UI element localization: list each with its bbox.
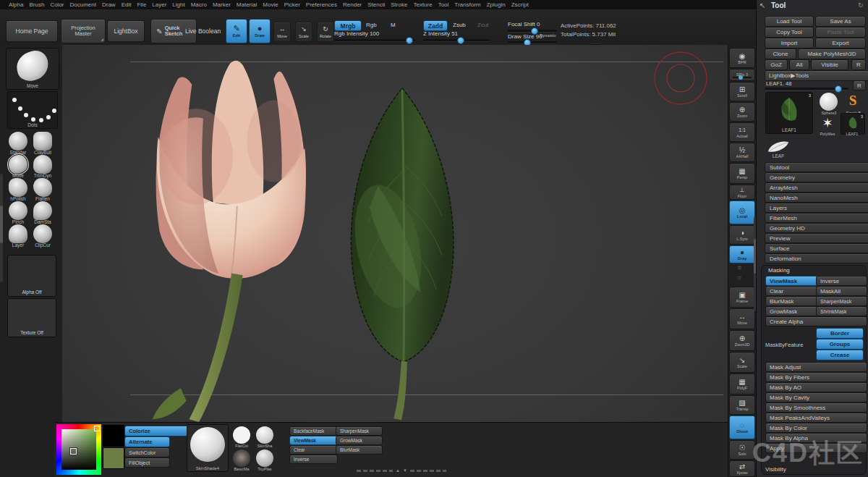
ghost-button[interactable]: ◌Ghost (729, 415, 755, 439)
menu-texture[interactable]: Texture (413, 1, 432, 8)
section-surface[interactable]: Surface (765, 243, 868, 253)
move-mode-button[interactable]: ↔ Move (273, 22, 291, 42)
growmask-button[interactable]: GrowMask (765, 306, 818, 316)
mask-peaksandvalleys-button[interactable]: Mask PeaksAndValleys (765, 413, 867, 423)
tray-growmask-button[interactable]: GrowMask (336, 436, 383, 445)
menu-light[interactable]: Light (172, 1, 184, 8)
hue-cursor[interactable] (94, 426, 100, 431)
inverse-button[interactable]: Inverse (816, 276, 867, 286)
move3d-button[interactable]: ↔Move (729, 308, 755, 329)
spix-slider[interactable]: SPix 3 (729, 69, 755, 81)
color-picker-cursor[interactable] (70, 448, 77, 455)
brush-claybuildup[interactable]: ClayBuil (32, 132, 54, 153)
current-brush-thumbnail[interactable]: Move (6, 48, 59, 90)
home-page-button[interactable]: Home Page (6, 20, 58, 42)
mask-by-cavity-button[interactable]: Mask By Cavity (765, 392, 867, 402)
live-boolean-button[interactable]: Live Boolean (185, 28, 221, 35)
menu-document[interactable]: Document (70, 1, 96, 8)
current-material-thumbnail[interactable]: SkinShade4 (187, 424, 229, 472)
export-button[interactable]: Export (815, 38, 866, 48)
recent-tool-polymesh[interactable]: ✶ (818, 114, 837, 132)
section-subtool[interactable]: Subtool (765, 162, 868, 172)
color-picker-sv-square[interactable] (61, 429, 96, 470)
create-alpha-button[interactable]: Create Alpha (765, 316, 867, 326)
maskbyfeature-groups-button[interactable]: Groups (816, 339, 864, 350)
goz-button[interactable]: GoZ (765, 59, 788, 70)
brush-damstandard[interactable]: DamSta (32, 201, 54, 223)
material-toyplastic[interactable] (256, 449, 273, 467)
section-geometry[interactable]: Geometry (765, 172, 868, 182)
save-as-button[interactable]: Save As (815, 16, 866, 27)
section-fibermesh[interactable]: FiberMesh (765, 213, 868, 223)
section-deformation[interactable]: Deformation (765, 253, 868, 263)
lightbox-button[interactable]: LightBox (107, 20, 145, 42)
brush-layer[interactable]: Layer (7, 224, 29, 246)
paste-tool-button[interactable]: Paste Tool (815, 27, 866, 38)
tray-inverse-button[interactable]: Inverse (289, 455, 338, 464)
section-geometry-hd[interactable]: Geometry HD (765, 223, 868, 233)
aahalf-button[interactable]: ½AAHalf (729, 143, 755, 162)
brush-standard[interactable]: Standar (7, 132, 29, 153)
alternate-button[interactable]: Alternate (124, 436, 170, 447)
scroll-button[interactable]: ⊞Scroll (729, 82, 755, 101)
menu-color[interactable]: Color (50, 1, 64, 8)
z-intensity-slider[interactable] (423, 39, 490, 41)
polyf-button[interactable]: ▦PolyF (729, 373, 755, 394)
menu-zplugin[interactable]: Zplugin (486, 1, 505, 8)
brush-clipcurve[interactable]: ClipCur (32, 224, 54, 246)
lsym-button[interactable]: ◑L.Sym (729, 225, 755, 245)
persp-button[interactable]: ▦Persp (729, 163, 755, 184)
recent-tool-sphere3d[interactable] (820, 93, 838, 111)
floor-button[interactable]: ⊥Floor (729, 185, 755, 200)
brush-move[interactable]: Move (7, 155, 29, 177)
tray-blurmask-button[interactable]: BlurMask (336, 445, 383, 455)
menu-stroke[interactable]: Stroke (391, 1, 407, 8)
tray-viewmask-button[interactable]: ViewMask (289, 436, 338, 445)
load-tool-button[interactable]: Load Tool (765, 16, 814, 27)
shrinkmask-button[interactable]: ShrinkMask (816, 306, 867, 316)
viewport-canvas[interactable] (62, 45, 728, 477)
draw-size-slider[interactable] (508, 41, 557, 43)
menu-marker[interactable]: Marker (213, 1, 231, 8)
zsub-button[interactable]: Zsub (453, 22, 466, 28)
current-stroke-thumbnail[interactable]: Dots (7, 91, 58, 129)
material-flatcolor[interactable] (233, 426, 250, 444)
sharpenmask-button[interactable]: SharpenMask (816, 296, 867, 306)
bpr-button[interactable]: ◉BPR (729, 48, 755, 68)
maskall-button[interactable]: MaskAll (816, 286, 867, 296)
edit-mode-button[interactable]: ✎ Edit (226, 19, 247, 43)
main-color-swatch[interactable] (103, 425, 124, 447)
menu-transform[interactable]: Transform (454, 1, 480, 8)
brush-flatten[interactable]: Flatten (32, 178, 54, 200)
rgb-intensity-slider[interactable] (334, 39, 415, 41)
brush-hpolish[interactable]: hPolish (7, 178, 29, 200)
scale-mode-button[interactable]: ↘ Scale (295, 22, 312, 42)
tray-clear-button[interactable]: Clear (289, 445, 338, 455)
goz-r-button[interactable]: R (851, 59, 866, 70)
switchcolor-button[interactable]: SwitchColor (124, 447, 170, 457)
blurmask-button[interactable]: BlurMask (765, 296, 818, 306)
focal-shift-slider[interactable] (508, 30, 557, 32)
tool-slider-r-button[interactable]: R (853, 80, 866, 90)
tray-resize-handle[interactable]: ▲ ▼ (357, 468, 446, 473)
texture-selector[interactable]: Texture Off (7, 298, 56, 337)
draw-mode-button[interactable]: ● Draw (249, 19, 271, 43)
clone-button[interactable]: Clone (765, 48, 796, 59)
colorize-button[interactable]: Colorize (124, 426, 190, 436)
menu-file[interactable]: File (137, 1, 146, 8)
section-arraymesh[interactable]: ArrayMesh (765, 182, 868, 193)
light-down-icon[interactable]: ☼ (736, 274, 742, 281)
transp-button[interactable]: ▨Transp (729, 395, 755, 415)
maskbyfeature-crease-button[interactable]: Crease (816, 350, 864, 360)
menu-render[interactable]: Render (343, 1, 362, 8)
solo-button[interactable]: ☉Solo (729, 440, 755, 460)
frame-button[interactable]: ▣Frame (729, 287, 755, 308)
projection-master-button[interactable]: Projection Master ◢ (61, 19, 106, 43)
menu-draw[interactable]: Draw (102, 1, 116, 8)
recent-tool-simplebrush[interactable]: S (843, 91, 862, 110)
menu-preferences[interactable]: Preferences (306, 1, 337, 8)
zcut-button[interactable]: Zcut (477, 22, 489, 28)
back-arrow-icon[interactable]: ↖ (760, 1, 765, 9)
mask-by-ao-button[interactable]: Mask By AO (765, 382, 867, 392)
secondary-color-swatch[interactable] (103, 447, 124, 469)
